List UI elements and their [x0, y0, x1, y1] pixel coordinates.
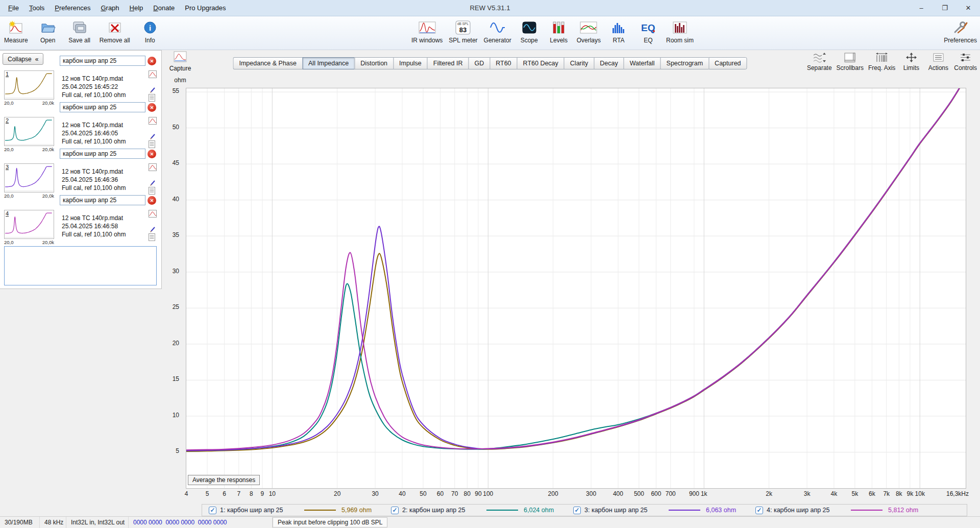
menu-tools[interactable]: Tools	[24, 3, 50, 13]
legend-value: 6,024 ohm	[524, 507, 554, 514]
info-icon: i	[142, 19, 158, 36]
legend-entry-1: ✓1: карбон шир апр 255,969 ohm	[202, 507, 384, 514]
capture-button[interactable]: Capture	[165, 51, 195, 72]
menu-preferences[interactable]: Preferences	[50, 3, 95, 13]
menu-pro-upgrades[interactable]: Pro Upgrades	[180, 3, 231, 13]
y-axis-label: 55	[151, 87, 183, 94]
menu-graph[interactable]: Graph	[95, 3, 124, 13]
ir-windows-button[interactable]: IR windows	[411, 19, 443, 44]
x-axis-label: 30	[362, 490, 388, 497]
measurement-thumbnail[interactable]: 3	[4, 163, 54, 193]
tab-impedance-phase[interactable]: Impedance & Phase	[233, 57, 302, 69]
measurement-thumbnail[interactable]: 1	[4, 70, 54, 100]
tab-captured[interactable]: Captured	[708, 57, 747, 69]
measurement-thumbnail[interactable]: 2	[4, 117, 54, 146]
close-button[interactable]: ✕	[957, 0, 980, 16]
impedance-chart[interactable]	[186, 88, 966, 489]
legend-checkbox[interactable]: ✓	[573, 507, 581, 514]
legend-value: 6,063 ohm	[706, 507, 736, 514]
tab-decay[interactable]: Decay	[594, 57, 623, 69]
measurement-number: 3	[6, 164, 9, 170]
tab-rt60-decay[interactable]: RT60 Decay	[517, 57, 564, 69]
spl-meter-button[interactable]: dB SPL83SPL meter	[449, 19, 477, 44]
measurement-item-1[interactable]: ✕120,020,0k12 нов ТС 140гр.mdat25.04.202…	[0, 56, 162, 102]
measurement-filename: 12 нов ТС 140гр.mdat	[62, 75, 148, 82]
measurement-name-input[interactable]	[60, 149, 145, 159]
notes-input[interactable]	[4, 246, 157, 285]
actions-button[interactable]: Actions	[927, 52, 949, 71]
controls-button[interactable]: Controls	[954, 52, 977, 71]
tab-rt60[interactable]: RT60	[489, 57, 517, 69]
measure-button[interactable]: Measure	[4, 19, 28, 44]
average-responses-button[interactable]: Average the responses	[188, 475, 260, 485]
measurement-graph-icon[interactable]	[149, 70, 157, 79]
measurement-item-3[interactable]: ✕320,020,0k12 нов ТС 140гр.mdat25.04.202…	[0, 149, 162, 195]
info-button[interactable]: iInfo	[138, 19, 162, 44]
generator-icon	[489, 19, 506, 36]
tab-gd[interactable]: GD	[468, 57, 489, 69]
scrollbars-button[interactable]: Scrollbars	[837, 52, 864, 71]
measurement-item-4[interactable]: ✕420,020,0k12 нов ТС 140гр.mdat25.04.202…	[0, 195, 162, 242]
room-sim-button[interactable]: Room sim	[666, 19, 694, 44]
thumbnail-range-labels: 20,020,0k	[4, 239, 54, 245]
svg-text:83: 83	[459, 26, 467, 34]
x-axis-label: 100	[475, 490, 501, 497]
menu-help[interactable]: Help	[125, 3, 149, 13]
menu-donate[interactable]: Donate	[148, 3, 180, 13]
scope-button[interactable]: Scope	[518, 19, 541, 44]
generator-button[interactable]: Generator	[484, 19, 511, 44]
preferences-button[interactable]: Preferences	[944, 19, 977, 44]
toolbar-button-label: Info	[145, 37, 155, 44]
open-icon	[40, 19, 56, 36]
trace-2	[186, 88, 966, 451]
minimize-button[interactable]: –	[910, 0, 933, 16]
toolbar-button-label: Preferences	[944, 37, 977, 44]
legend-entry-3: ✓3: карбон шир апр 256,063 ohm	[567, 507, 749, 514]
separate-button[interactable]: Separate	[807, 52, 832, 71]
legend-checkbox[interactable]: ✓	[209, 507, 216, 514]
rta-button[interactable]: RTA	[607, 19, 630, 44]
tab-distortion[interactable]: Distortion	[354, 57, 393, 69]
window-controls: – ❐ ✕	[910, 0, 980, 16]
tab-all-impedance[interactable]: All Impedance	[302, 57, 354, 69]
tab-impulse[interactable]: Impulse	[393, 57, 427, 69]
y-axis-label: 30	[151, 268, 183, 275]
x-axis-label: 10	[259, 490, 285, 497]
tab-filtered-ir[interactable]: Filtered IR	[427, 57, 469, 69]
scope-icon	[522, 19, 537, 36]
measurement-number: 2	[6, 117, 9, 124]
measurement-date: 25.04.2025 16:46:36	[62, 176, 118, 183]
trace-4	[186, 88, 966, 450]
measurement-date: 25.04.2025 16:46:58	[62, 223, 118, 230]
measurement-name-input[interactable]	[60, 56, 145, 66]
overlays-button[interactable]: Overlays	[577, 19, 601, 44]
measurement-item-2[interactable]: ✕220,020,0k12 нов ТС 140гр.mdat25.04.202…	[0, 102, 162, 149]
remove-all-button[interactable]: Remove all	[100, 19, 130, 44]
legend-label: 1: карбон шир апр 25	[220, 507, 301, 514]
open-button[interactable]: Open	[36, 19, 60, 44]
measurement-name-input[interactable]	[60, 102, 145, 112]
tab-spectrogram[interactable]: Spectrogram	[660, 57, 709, 69]
eq-button[interactable]: EQEQ	[636, 19, 660, 44]
measurement-name-input[interactable]	[60, 195, 145, 205]
x-axis-label: 16,3kHz	[933, 490, 969, 497]
toolbar-right-group: Preferences	[944, 19, 977, 44]
measurement-thumbnail[interactable]: 4	[4, 210, 54, 239]
legend-checkbox[interactable]: ✓	[755, 507, 763, 514]
delete-measurement-button[interactable]: ✕	[148, 57, 156, 65]
separate-icon	[812, 52, 826, 63]
legend-checkbox[interactable]: ✓	[391, 507, 399, 514]
tab-waterfall[interactable]: Waterfall	[624, 57, 660, 69]
menu-file[interactable]: File	[3, 3, 24, 13]
toolbar-button-label: Save all	[68, 37, 90, 44]
limits-button[interactable]: Limits	[900, 52, 922, 71]
ir-windows-icon	[419, 19, 436, 36]
measurement-filename: 12 нов ТС 140гр.mdat	[62, 168, 148, 175]
graph-button-label: Freq. Axis	[868, 64, 895, 71]
save-all-button[interactable]: Save all	[68, 19, 91, 44]
overlays-icon	[580, 19, 597, 36]
levels-button[interactable]: Levels	[547, 19, 571, 44]
tab-clarity[interactable]: Clarity	[564, 57, 594, 69]
maximize-button[interactable]: ❐	[933, 0, 957, 16]
freq-axis-button[interactable]: Freq. Axis	[868, 52, 895, 71]
